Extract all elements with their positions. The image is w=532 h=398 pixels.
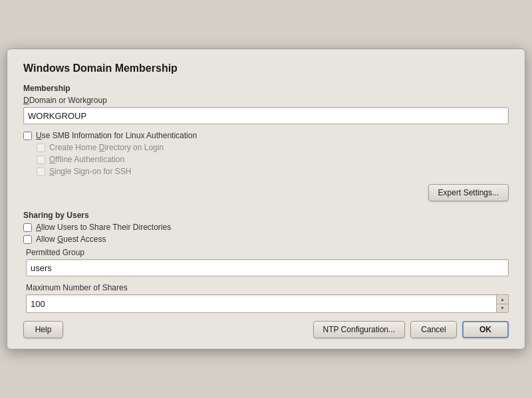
allow-users-checkbox[interactable] [23,223,32,232]
membership-section-label: Membership [23,84,509,93]
ntp-configuration-button[interactable]: NTP Configuration... [313,321,406,338]
spinner-down-button[interactable]: ▼ [497,304,508,313]
permitted-group-label: Permitted Group [26,248,509,257]
sharing-fields: Permitted Group Maximum Number of Shares… [26,248,509,313]
permitted-group-field: Permitted Group [26,248,509,276]
right-buttons: NTP Configuration... Cancel OK [313,321,509,338]
max-shares-spinner: ▲ ▼ [26,294,509,313]
permitted-group-input[interactable] [26,259,509,276]
allow-guest-label: Allow Guest Access [36,235,106,244]
smb-options-group: Create Home Directory on Login Offline A… [37,143,509,176]
left-buttons: Help [23,321,63,338]
domain-field-group: DDomain or Workgroup [23,96,509,124]
create-home-row: Create Home Directory on Login [37,143,509,152]
offline-auth-checkbox[interactable] [37,155,45,164]
allow-users-label: Allow Users to Share Their Directories [36,223,171,232]
spinner-buttons: ▲ ▼ [496,295,508,312]
use-smb-label: Use SMB Information for Linux Authentica… [36,131,197,140]
sharing-section-label: Sharing by Users [23,211,509,220]
dialog-title: Windows Domain Membership [23,62,509,74]
windows-domain-dialog: Windows Domain Membership Membership DDo… [7,49,525,349]
spinner-up-button[interactable]: ▲ [497,295,508,304]
ok-button[interactable]: OK [462,321,509,338]
expert-button-row: Expert Settings... [23,184,509,201]
allow-guest-checkbox[interactable] [23,235,32,244]
membership-section: Membership DDomain or Workgroup Use SMB … [23,84,509,176]
help-button[interactable]: Help [23,321,63,338]
single-sign-row: Single Sign-on for SSH [37,167,509,176]
expert-settings-button[interactable]: Expert Settings... [428,184,509,201]
domain-label: DDomain or Workgroup [23,96,509,105]
use-smb-row: Use SMB Information for Linux Authentica… [23,131,509,140]
offline-auth-row: Offline Authentication [37,155,509,164]
bottom-bar: Help NTP Configuration... Cancel OK [23,321,509,338]
allow-guest-row: Allow Guest Access [23,235,509,244]
cancel-button[interactable]: Cancel [410,321,457,338]
create-home-label: Create Home Directory on Login [49,143,164,152]
create-home-checkbox[interactable] [37,144,45,152]
domain-input[interactable] [23,107,509,124]
single-sign-checkbox[interactable] [37,167,45,176]
max-shares-input[interactable] [27,295,496,312]
offline-auth-label: Offline Authentication [49,155,124,164]
max-shares-label: Maximum Number of Shares [26,283,509,292]
single-sign-label: Single Sign-on for SSH [49,167,131,176]
sharing-section: Sharing by Users Allow Users to Share Th… [23,211,509,313]
allow-users-row: Allow Users to Share Their Directories [23,223,509,232]
use-smb-checkbox[interactable] [23,132,32,140]
domain-underline-char: D [23,96,29,105]
max-shares-field: Maximum Number of Shares ▲ ▼ [26,283,509,313]
